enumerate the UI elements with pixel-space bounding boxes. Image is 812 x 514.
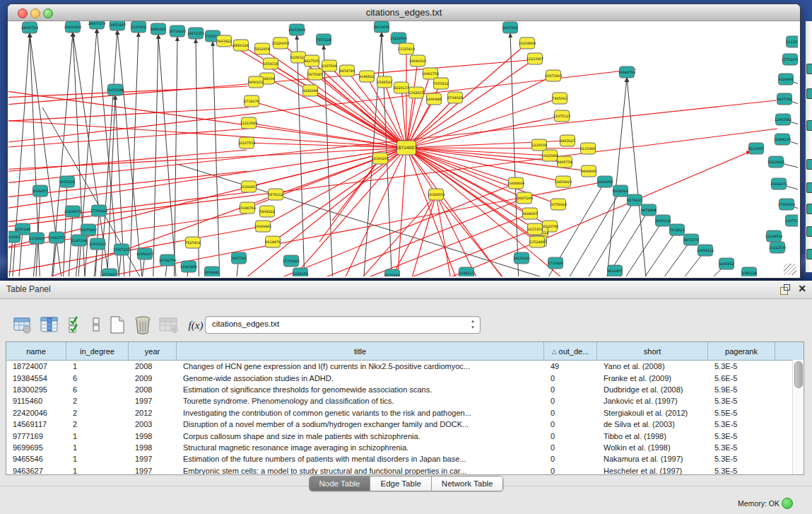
svg-text:19756928: 19756928 [550, 203, 567, 206]
table-cell: 49 [544, 362, 597, 370]
svg-text:14671355: 14671355 [187, 32, 204, 35]
scrollbar-thumb[interactable] [794, 361, 803, 388]
svg-text:16099485: 16099485 [254, 225, 271, 228]
svg-text:9463627: 9463627 [560, 139, 575, 143]
new-file-icon[interactable] [107, 315, 127, 335]
table-cell: 1997 [129, 467, 177, 475]
table-cell: 5.3E-5 [708, 432, 775, 440]
svg-text:15716485: 15716485 [283, 259, 300, 263]
svg-text:15692971: 15692971 [770, 182, 787, 186]
svg-text:8466160: 8466160 [151, 28, 165, 31]
svg-text:10653287: 10653287 [109, 23, 126, 27]
table-row[interactable]: 1456911722003Disruption of a novel membe… [6, 419, 804, 430]
table-row[interactable]: 1938455462009Genome-wide association stu… [6, 372, 804, 383]
table-row[interactable]: 977716911998Corpus callosum shape and si… [6, 430, 804, 441]
node-attribute-table: namein_degreeyeartitle△out_de...shortpag… [6, 341, 804, 475]
table-cell: Estimation of the future numbers of pati… [177, 455, 544, 463]
table-cell: Jankovic et al. (1997) [597, 397, 708, 405]
svg-text:5875685: 5875685 [307, 73, 322, 76]
table-select-dropdown[interactable]: citations_edges.txt ▲▼ [205, 316, 481, 334]
svg-text:2055334: 2055334 [59, 180, 74, 184]
column-header-pagerank[interactable]: pagerank [708, 342, 775, 360]
memory-status-indicator-icon[interactable] [782, 498, 793, 509]
table-vertical-scrollbar[interactable] [792, 360, 804, 475]
table-cell: 1998 [129, 443, 177, 452]
close-panel-icon[interactable]: ✕ [798, 283, 806, 294]
svg-text:16648784: 16648784 [618, 71, 635, 74]
table-cell: Yano et al. (2008) [597, 362, 708, 370]
column-header-out_de[interactable]: △out_de... [544, 342, 597, 360]
table-row[interactable]: 911546021997Tourette syndrome. Phenomeno… [6, 395, 804, 407]
table-cell: Nakamura et al. (1997) [597, 455, 708, 463]
svg-text:4350144: 4350144 [15, 228, 30, 231]
svg-text:1362615: 1362615 [408, 91, 423, 95]
svg-text:12213589: 12213589 [240, 122, 257, 125]
tab-network-table[interactable]: Network Table [432, 477, 503, 491]
svg-text:19654923: 19654923 [555, 180, 572, 184]
import-table-icon[interactable] [158, 315, 178, 335]
table-mode-icon[interactable] [13, 315, 33, 335]
background-node-fragment [806, 249, 812, 259]
tab-node-table[interactable]: Node Table [310, 477, 371, 491]
resize-grip[interactable] [784, 264, 796, 275]
table-row[interactable]: 2242004622012Investigating the contribut… [6, 407, 804, 419]
function-builder-icon[interactable]: f(x) [184, 315, 208, 335]
table-cell: 5.3E-5 [708, 467, 775, 475]
table-row[interactable]: 1830029562008Estimation of significance … [6, 384, 804, 395]
cytoscape-app: { "window": { "title": "citations_edges.… [0, 0, 812, 514]
table-cell: 2 [66, 397, 129, 405]
network-graph[interactable]: 2405572420691406269371741065328715276028… [8, 21, 798, 276]
table-cell: 1 [66, 443, 129, 452]
network-canvas[interactable]: 2405572420691406269371741065328715276028… [8, 21, 798, 276]
svg-text:10025489: 10025489 [541, 154, 558, 158]
svg-text:10719185: 10719185 [169, 30, 186, 33]
column-header-in_degree[interactable]: in_degree [66, 342, 129, 360]
table-cell: Structural magnetic resonance image aver… [177, 443, 544, 452]
delete-icon[interactable] [133, 315, 153, 335]
table-cell: 2008 [129, 362, 177, 370]
table-cell: 1 [66, 362, 129, 370]
window-title: citations_edges.txt [8, 7, 800, 18]
column-header-name[interactable]: name [6, 342, 66, 360]
table-cell: 2008 [129, 385, 177, 394]
table-cell: 1997 [129, 397, 177, 405]
sort-ascending-icon: △ [552, 348, 557, 355]
table-cell: 1997 [129, 455, 177, 463]
svg-text:16210645: 16210645 [767, 160, 784, 164]
table-cell: 1 [66, 455, 129, 463]
tab-edge-table[interactable]: Edge Table [370, 477, 431, 491]
network-window[interactable]: citations_edges.txt 24055724206914062693… [7, 4, 801, 279]
float-panel-icon[interactable] [780, 284, 790, 294]
svg-text:1145194: 1145194 [71, 239, 86, 243]
table-cell: 0 [544, 443, 597, 452]
table-cell: 6 [66, 385, 129, 394]
table-row[interactable]: 969969511998Structural magnetic resonanc… [6, 442, 804, 453]
table-cell: 5.6E-5 [708, 374, 775, 382]
column-header-short[interactable]: short [597, 342, 708, 360]
svg-text:13942757: 13942757 [48, 236, 65, 240]
table-row[interactable]: 946362711997Embryonic stem cells: a mode… [6, 465, 804, 475]
svg-text:17016504: 17016504 [778, 203, 795, 206]
column-header-year[interactable]: year [129, 342, 177, 360]
column-header-title[interactable]: title [177, 342, 544, 360]
table-cell: Franke et al. (2009) [597, 374, 708, 382]
svg-text:1733426: 1733426 [548, 262, 563, 265]
svg-text:6914479: 6914479 [265, 240, 280, 244]
table-cell: 18300295 [6, 385, 66, 394]
column-select-icon[interactable] [67, 315, 87, 335]
svg-text:3457791: 3457791 [231, 257, 246, 260]
window-titlebar[interactable]: citations_edges.txt [8, 4, 800, 21]
table-cell: 2003 [129, 420, 177, 428]
column-header-label: pagerank [725, 347, 758, 356]
svg-text:2566057: 2566057 [33, 189, 47, 193]
svg-text:2367608: 2367608 [322, 64, 336, 68]
table-row[interactable]: 946554611997Estimation of the future num… [6, 453, 804, 465]
column-header-label: name [26, 347, 46, 356]
svg-text:9329965: 9329965 [778, 78, 793, 81]
table-row[interactable]: 1872400712008Changes of HCN gene express… [6, 361, 804, 372]
svg-text:1990448: 1990448 [426, 98, 441, 101]
svg-text:15218506: 15218506 [390, 37, 407, 40]
show-columns-icon[interactable] [40, 315, 59, 335]
svg-text:8220137: 8220137 [394, 86, 408, 90]
svg-text:21053346: 21053346 [107, 88, 124, 92]
